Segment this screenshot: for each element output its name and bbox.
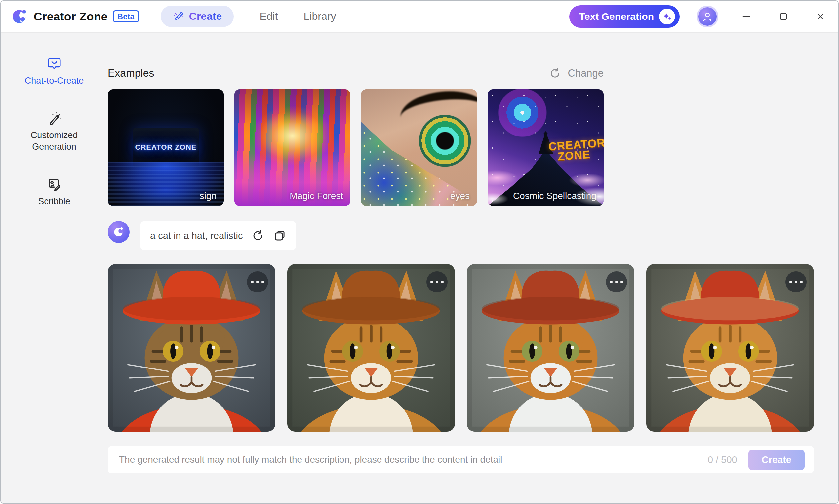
close-button[interactable] [814,10,827,23]
change-label: Change [568,68,604,79]
copy-icon [273,229,286,242]
prompt-input[interactable] [119,454,708,465]
ellipsis-dot [441,281,444,283]
redo-icon [252,229,264,242]
example-label: sign [200,191,216,201]
copy-prompt-button[interactable] [273,229,286,242]
create-button[interactable]: Create [748,450,805,470]
sidebar-item-customized-generation[interactable]: Customized Generation [11,111,97,153]
tab-create[interactable]: Create [161,6,234,27]
maximize-button[interactable] [777,10,790,23]
sidebar: Chat-to-Create Customized Generation [1,33,108,503]
sidebar-item-label: Customized Generation [11,129,97,153]
ellipsis-dot [795,281,797,283]
example-card-cosmic-spellcasting[interactable]: CREATOR ZONE Cosmic Spellcasting [487,89,604,206]
sidebar-item-label: Scribble [38,196,70,207]
sidebar-item-chat-to-create[interactable]: Chat-to-Create [11,56,97,87]
char-counter: 0 / 500 [708,454,737,465]
ellipsis-dot [615,281,618,283]
scribble-icon [47,177,61,192]
chat-prompt-row: a cat in a hat, realistic [108,221,813,250]
example-label: Cosmic Spellcasting [513,191,596,201]
ellipsis-dot [436,281,438,283]
regenerate-button[interactable] [251,229,265,242]
main-nav: Create Edit Library [161,6,336,27]
generated-image-card[interactable] [108,264,275,432]
examples-title: Examples [108,67,154,79]
more-options-button[interactable] [785,271,807,292]
ellipsis-dot [262,281,264,283]
examples-row: CREATOR ZONE sign Magic Forest eyes [108,89,604,206]
creator-zone-logo-icon [12,8,29,25]
text-generation-button[interactable]: Text Generation [569,5,680,28]
examples-section: Examples Change CREATOR ZONE [108,67,604,206]
cosmic-overlay-text: CREATOR ZONE [548,138,599,163]
neon-sign-text: CREATOR ZONE [135,143,197,152]
tab-edit[interactable]: Edit [260,10,278,22]
beta-badge: Beta [113,10,139,23]
composer-bar: 0 / 500 Create [108,446,814,473]
more-options-button[interactable] [247,271,268,292]
example-card-magic-forest[interactable]: Magic Forest [234,89,351,206]
prompt-bubble: a cat in a hat, realistic [140,221,296,250]
ellipsis-dot [256,281,259,283]
change-examples-button[interactable]: Change [549,68,604,79]
example-card-eyes[interactable]: eyes [361,89,477,206]
creator-zone-avatar-icon [112,226,125,239]
generated-image-card[interactable] [646,264,814,432]
user-avatar[interactable] [698,7,717,26]
generated-image-card[interactable] [287,264,455,432]
app-window: Creator Zone Beta Create Edit Library Te… [0,0,839,504]
sidebar-item-label: Chat-to-Create [25,75,84,87]
topbar-right: Text Generation [569,5,827,28]
brand-group: Creator Zone Beta [12,8,139,25]
top-bar: Creator Zone Beta Create Edit Library Te… [1,1,838,33]
ellipsis-dot [621,281,623,283]
example-label: eyes [450,191,470,201]
eye-iris [412,108,477,174]
magic-wand-icon [47,111,61,126]
minimize-button[interactable] [740,10,753,23]
window-controls [740,10,827,23]
ellipsis-dot [610,281,612,283]
example-card-sign[interactable]: CREATOR ZONE sign [108,89,224,206]
content-area: Chat-to-Create Customized Generation [1,33,838,503]
main-panel: Examples Change CREATOR ZONE [108,33,838,503]
paintbrush-icon [173,11,184,22]
assistant-avatar [108,221,129,243]
generated-image-card[interactable] [467,264,635,432]
prompt-text: a cat in a hat, realistic [150,230,243,241]
tab-create-label: Create [189,10,222,22]
ellipsis-dot [251,281,253,283]
app-title: Creator Zone [34,10,108,23]
example-label: Magic Forest [290,191,343,201]
sparkle-badge-icon [659,8,675,24]
sidebar-item-scribble[interactable]: Scribble [11,177,97,207]
more-options-button[interactable] [426,271,448,292]
refresh-icon [549,68,561,79]
ellipsis-dot [430,281,433,283]
more-options-button[interactable] [606,271,627,292]
tab-library[interactable]: Library [304,10,336,22]
chat-bubble-icon [47,56,61,71]
user-icon [702,11,713,22]
ellipsis-dot [789,281,792,283]
ellipsis-dot [800,281,803,283]
text-generation-label: Text Generation [579,11,654,22]
generated-images-row [108,264,813,432]
examples-header: Examples Change [108,67,604,79]
